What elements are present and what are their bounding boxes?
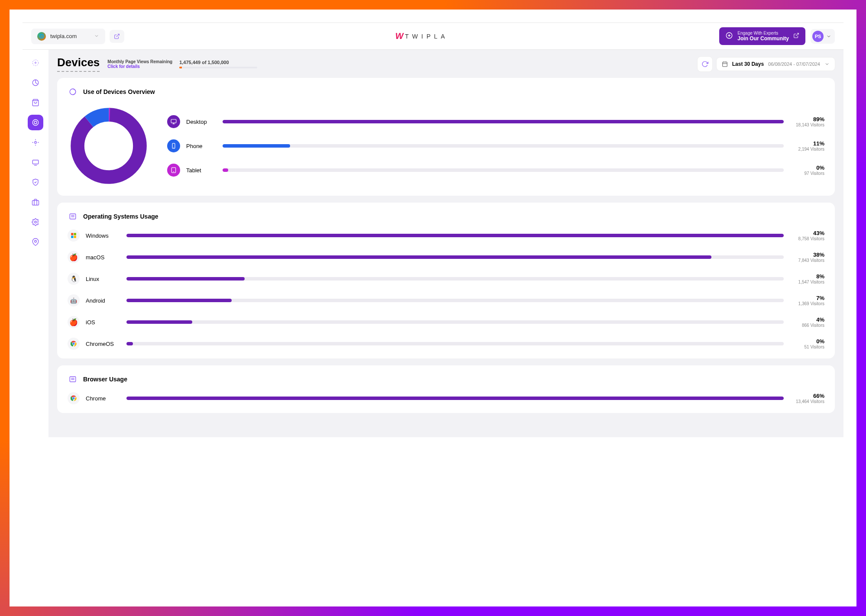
community-banner-button[interactable]: Engage With Experts Join Our Community (719, 27, 805, 45)
date-range-label: Last 30 Days (732, 61, 764, 67)
device-bar (223, 120, 784, 123)
os-card-title: Operating Systems Usage (83, 213, 158, 220)
list-row: Chrome 66% 13,464 Visitors (68, 392, 824, 404)
refresh-button[interactable] (698, 57, 712, 71)
page-title: Devices (57, 56, 100, 72)
sidebar-item-briefcase[interactable] (28, 194, 43, 210)
browser-card-title: Browser Usage (83, 376, 127, 383)
quota-cta: Click for details (107, 64, 172, 69)
row-label: iOS (86, 319, 120, 326)
sidebar-item-shop[interactable] (28, 95, 43, 110)
site-logo-icon: 🌐 (37, 32, 46, 41)
row-label: macOS (86, 254, 120, 261)
phone-icon (167, 139, 180, 152)
sidebar-item-add[interactable] (28, 55, 43, 71)
device-row: Phone 11% 2,194 Visitors (167, 139, 824, 152)
quota-value: 1,475,449 of 1,500,000 (179, 60, 257, 65)
svg-rect-12 (722, 62, 727, 67)
devices-icon (68, 87, 78, 97)
calendar-icon (722, 61, 728, 67)
svg-rect-40 (70, 377, 76, 382)
device-visitors: 18,143 Visitors (790, 123, 824, 127)
sidebar-item-target[interactable] (28, 135, 43, 150)
row-bar (126, 342, 784, 345)
list-row: 🍎 macOS 38% 7,843 Visitors (68, 251, 824, 263)
list-row: 🤖 Android 7% 1,369 Visitors (68, 294, 824, 306)
svg-point-11 (35, 240, 37, 242)
sidebar-item-location[interactable] (28, 234, 43, 250)
android-icon: 🤖 (68, 294, 80, 306)
row-label: Windows (86, 232, 120, 239)
date-range-value: 06/08/2024 - 07/07/2024 (768, 61, 820, 67)
devices-overview-card: Use of Devices Overview (57, 78, 835, 196)
linux-icon: 🐧 (68, 273, 80, 285)
list-row: 🍎 iOS 4% 866 Visitors (68, 316, 824, 328)
row-stats: 0% 51 Visitors (790, 338, 824, 349)
svg-rect-33 (74, 233, 76, 235)
device-pct: 0% (790, 164, 824, 171)
row-stats: 7% 1,369 Visitors (790, 295, 824, 306)
topbar: 🌐 twipla.com W TWIPLA (23, 23, 843, 50)
sidebar-item-dashboard[interactable] (28, 75, 43, 90)
svg-rect-35 (74, 236, 76, 238)
quota-info-button[interactable]: Monthly Page Views Remaining Click for d… (107, 59, 172, 69)
list-row: 🐧 Linux 8% 1,547 Visitors (68, 273, 824, 285)
svg-rect-34 (71, 236, 73, 238)
apple-icon: 🍎 (68, 251, 80, 263)
community-line2: Join Our Community (737, 35, 789, 42)
row-pct: 66% (790, 393, 824, 399)
browser-usage-card: Browser Usage Chrome 66% 13,464 Visitors (57, 365, 835, 413)
quota-label: Monthly Page Views Remaining (107, 59, 172, 64)
row-bar (126, 255, 784, 259)
row-bar (126, 299, 784, 302)
row-label: ChromeOS (86, 341, 120, 347)
list-row: Windows 43% 8,758 Visitors (68, 229, 824, 242)
svg-point-38 (73, 343, 75, 345)
device-stats: 89% 18,143 Visitors (790, 116, 824, 127)
svg-line-2 (796, 33, 798, 35)
row-bar (126, 277, 784, 281)
desktop-icon (167, 115, 180, 128)
chevron-down-icon (826, 34, 831, 39)
row-stats: 8% 1,547 Visitors (790, 273, 824, 284)
device-pct: 89% (790, 116, 824, 123)
svg-rect-32 (71, 233, 73, 235)
row-label: Chrome (86, 395, 120, 402)
svg-point-45 (73, 397, 75, 400)
chrome-icon (68, 338, 80, 350)
external-link-icon (793, 32, 799, 40)
devices-card-title: Use of Devices Overview (83, 88, 155, 95)
row-visitors: 51 Visitors (790, 345, 824, 349)
row-bar (126, 320, 784, 324)
list-icon (68, 211, 78, 222)
row-bar (126, 397, 784, 400)
apple-icon: 🍎 (68, 316, 80, 328)
sidebar-item-devices[interactable] (28, 115, 43, 130)
brand-name: TWIPLA (405, 33, 448, 40)
svg-point-7 (35, 142, 37, 144)
row-bar (126, 234, 784, 237)
date-range-selector[interactable]: Last 30 Days 06/08/2024 - 07/07/2024 (717, 58, 835, 71)
chevron-down-icon (824, 61, 830, 67)
user-menu-button[interactable]: PS (811, 29, 835, 44)
open-external-button[interactable] (110, 30, 124, 43)
sidebar-item-chat[interactable] (28, 155, 43, 170)
row-visitors: 1,369 Visitors (790, 301, 824, 306)
device-stats: 11% 2,194 Visitors (790, 140, 824, 152)
device-pct: 11% (790, 140, 824, 147)
site-selector-dropdown[interactable]: 🌐 twipla.com (31, 29, 105, 44)
sidebar-item-settings[interactable] (28, 214, 43, 230)
device-bar (223, 168, 784, 172)
svg-rect-27 (171, 168, 175, 173)
row-label: Android (86, 297, 120, 304)
quota-progress-bar (179, 67, 257, 68)
windows-icon (68, 229, 80, 242)
row-pct: 4% (790, 316, 824, 323)
svg-rect-25 (172, 143, 175, 148)
device-bar (223, 144, 784, 148)
row-visitors: 13,464 Visitors (790, 399, 824, 404)
os-usage-card: Operating Systems Usage Windows 43% 8,75… (57, 203, 835, 358)
svg-rect-9 (32, 200, 39, 205)
sidebar-item-security[interactable] (28, 174, 43, 190)
site-name: twipla.com (50, 33, 77, 39)
